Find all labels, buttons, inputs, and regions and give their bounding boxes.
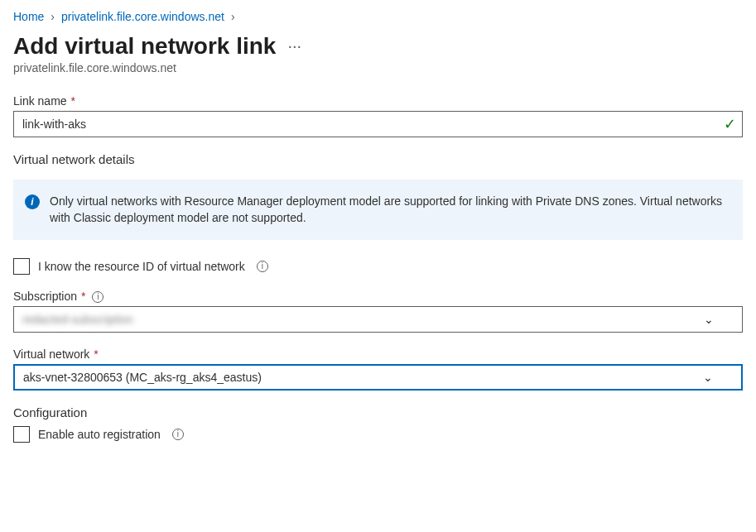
info-banner-text: Only virtual networks with Resource Mana… [50,193,728,227]
chevron-down-icon: ⌄ [703,371,713,384]
page-subtitle: privatelink.file.core.windows.net [13,61,743,74]
subscription-select[interactable]: redacted-subscription ⌄ [13,306,743,333]
know-resource-id-label: I know the resource ID of virtual networ… [38,260,245,273]
link-name-field: Link name * ✓ [13,94,743,137]
virtual-network-label: Virtual network * [13,347,743,361]
virtual-network-field: Virtual network * aks-vnet-32800653 (MC_… [13,347,743,391]
required-indicator: * [68,94,75,108]
checkmark-icon: ✓ [724,117,736,132]
virtual-network-value: aks-vnet-32800653 (MC_aks-rg_aks4_eastus… [23,371,262,384]
auto-registration-label: Enable auto registration [38,428,161,441]
virtual-network-select[interactable]: aks-vnet-32800653 (MC_aks-rg_aks4_eastus… [13,364,743,391]
more-actions-button[interactable]: ··· [287,37,301,55]
info-icon[interactable]: i [172,429,184,440]
info-icon[interactable]: i [257,261,268,272]
breadcrumb-zone[interactable]: privatelink.file.core.windows.net [61,10,224,23]
know-resource-id-checkbox[interactable] [13,258,30,275]
subscription-field: Subscription * i redacted-subscription ⌄ [13,290,743,333]
info-icon[interactable]: i [92,291,104,303]
chevron-right-icon: › [51,10,55,23]
info-icon: i [25,194,40,209]
info-banner: i Only virtual networks with Resource Ma… [13,180,743,240]
page-title: Add virtual network link [13,33,276,60]
know-resource-id-row: I know the resource ID of virtual networ… [13,258,743,275]
subscription-label: Subscription * i [13,290,743,303]
breadcrumb-home[interactable]: Home [13,10,44,23]
auto-registration-checkbox[interactable] [13,426,30,443]
configuration-heading: Configuration [13,405,743,419]
auto-registration-row: Enable auto registration i [13,426,743,443]
page-title-row: Add virtual network link ··· [13,33,743,60]
chevron-right-icon: › [231,10,235,23]
link-name-label: Link name * [13,94,743,108]
required-indicator: * [78,290,85,303]
chevron-down-icon: ⌄ [704,313,714,326]
breadcrumb: Home › privatelink.file.core.windows.net… [13,10,743,23]
vnet-details-heading: Virtual network details [13,152,743,166]
required-indicator: * [90,347,98,361]
link-name-input[interactable] [13,111,743,137]
subscription-value: redacted-subscription [22,313,133,326]
